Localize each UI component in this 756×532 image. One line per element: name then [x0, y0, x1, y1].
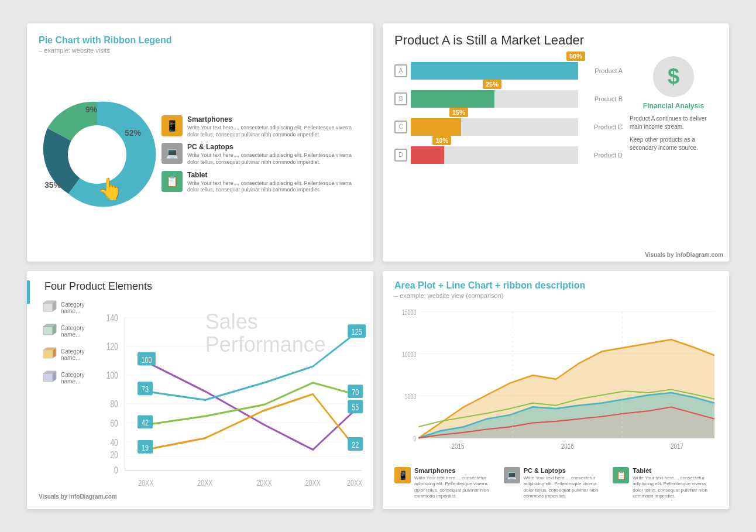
pie-labels: 9% 52% 35% 👆 [39, 96, 156, 213]
product-icon-3: Category name... [39, 345, 91, 364]
svg-text:60: 60 [110, 418, 118, 428]
svg-text:15000: 15000 [402, 308, 417, 316]
box3d-2 [39, 322, 57, 341]
product-icon-4: Category name... [39, 369, 91, 387]
tablet-legend-text: Tablet Write Your text here..., consecte… [187, 171, 362, 194]
p4-pc-laptops-desc: Write Your text here..., consectetur adi… [524, 475, 609, 500]
svg-marker-4 [43, 327, 53, 335]
financial-text1: Product A continues to deliver main inco… [630, 115, 717, 131]
svg-text:22: 22 [352, 440, 359, 449]
panel-area-chart: Area Plot + Line Chart + ribbon descript… [383, 271, 729, 509]
pie-chart-container: 9% 52% 35% 👆 [39, 96, 156, 213]
panel1-content: 9% 52% 35% 👆 📱 Smartphones Write Your te… [39, 60, 362, 250]
legend-tablet: 📋 Tablet Write Your text here..., consec… [161, 171, 362, 194]
product-label-c: Product C [582, 123, 623, 131]
panel4-title: Area Plot + Line Chart + ribbon descript… [394, 280, 717, 291]
bar-track-b: 25% [411, 90, 578, 108]
smartphones-legend-text: Smartphones Write Your text here..., con… [187, 115, 362, 138]
p4-legend-tablet: 📋 Tablet Write Your text here..., consec… [613, 467, 717, 500]
category-label-2: Category name... [61, 325, 91, 338]
svg-text:20XX: 20XX [256, 478, 272, 488]
product-label-b: Product B [582, 95, 623, 102]
svg-marker-7 [43, 350, 53, 358]
p4-smartphones-desc: Write Your text here..., consectetur adi… [414, 475, 499, 500]
panel-pie-chart: Pie Chart with Ribbon Legend – example: … [27, 23, 373, 262]
category-label-3: Category name... [61, 348, 91, 361]
pct-9-label: 9% [85, 105, 97, 114]
svg-text:20XX: 20XX [138, 478, 154, 488]
panel2-title: Product A is Still a Market Leader [394, 33, 717, 48]
svg-text:42: 42 [142, 417, 149, 427]
svg-marker-10 [43, 373, 53, 382]
pc-laptops-label: PC & Laptops [187, 143, 362, 151]
bar-track-a: 50% [411, 62, 578, 80]
svg-text:20: 20 [110, 449, 118, 460]
svg-text:100: 100 [142, 354, 152, 364]
p4-pc-laptops-icon: 💻 [504, 467, 520, 483]
bar-row-a: A 50% Product A [394, 62, 623, 80]
product-icons-list: Category name... Category name... [39, 298, 91, 490]
svg-text:125: 125 [352, 327, 362, 337]
hand-icon: 👆 [97, 177, 123, 201]
financial-box: $ Financial Analysis Product A continues… [630, 56, 717, 252]
svg-text:20XX: 20XX [197, 478, 213, 488]
product-icon-1: Category name... [39, 298, 91, 317]
p4-smartphones-text: Smartphones Write Your text here..., con… [414, 467, 499, 500]
panel4-legend: 📱 Smartphones Write Your text here..., c… [394, 467, 717, 500]
bar-label-a: A [394, 64, 407, 77]
line-chart-svg: 140 120 100 80 60 40 20 0 [97, 298, 362, 490]
panel1-subtitle: – example: website visits [39, 47, 362, 54]
bar-label-c: C [394, 121, 407, 133]
svg-text:0: 0 [114, 465, 118, 475]
area-chart-svg: 15000 10000 5000 0 [394, 304, 717, 462]
legend-pc-laptops: 💻 PC & Laptops Write Your text here..., … [161, 143, 362, 166]
bar-pct-a: 50% [566, 52, 585, 61]
svg-text:80: 80 [110, 399, 118, 409]
legend-smartphones: 📱 Smartphones Write Your text here..., c… [161, 115, 362, 138]
p4-legend-smartphones: 📱 Smartphones Write Your text here..., c… [394, 467, 499, 500]
panel2-content: A 50% Product A B 25% P [394, 56, 717, 252]
tablet-icon-box: 📋 [161, 171, 183, 192]
bar-pct-d: 10% [432, 136, 451, 145]
financial-text2: Keep other products as a secondary incom… [630, 136, 717, 152]
svg-text:140: 140 [106, 313, 118, 323]
p4-tablet-text: Tablet Write Your text here..., consecte… [633, 467, 717, 500]
bar-track-d: 10% [411, 146, 578, 164]
svg-text:73: 73 [142, 384, 149, 394]
svg-text:55: 55 [352, 402, 359, 412]
p4-tablet-desc: Write Your text here..., consectetur adi… [633, 475, 717, 500]
dollar-icon: $ [653, 56, 694, 97]
product-icon-2: Category name... [39, 322, 91, 341]
ribbon-legend: 📱 Smartphones Write Your text here..., c… [156, 115, 362, 194]
bar-row-d: D 10% Product D [394, 146, 623, 164]
svg-text:5000: 5000 [405, 392, 417, 400]
product-label-d: Product D [582, 152, 623, 159]
area-chart-container: 15000 10000 5000 0 [394, 304, 717, 462]
panel3-footer-credit: Visuals by infoDiagram.com [39, 493, 362, 500]
bar-row-b: B 25% Product B [394, 90, 623, 108]
pc-laptops-legend-text: PC & Laptops Write Your text here..., co… [187, 143, 362, 166]
panel3-title: Four Product Elements [44, 280, 362, 293]
svg-text:70: 70 [352, 387, 359, 397]
panel4-subtitle: – example: website view (comparison) [394, 292, 717, 299]
svg-text:10000: 10000 [402, 350, 417, 358]
visuals-credit-2: Visuals by infoDiagram.com [645, 252, 723, 258]
pc-laptops-icon-box: 💻 [161, 143, 183, 164]
tablet-desc: Write Your text here..., consectetur adi… [187, 180, 362, 194]
p4-tablet-icon: 📋 [613, 467, 629, 483]
svg-text:0: 0 [414, 434, 417, 442]
box3d-3 [39, 345, 57, 364]
bar-pct-b: 25% [483, 80, 501, 89]
tablet-label: Tablet [187, 171, 362, 179]
bar-pct-c: 15% [449, 108, 468, 117]
category-label-4: Category name... [61, 372, 91, 385]
p4-pc-laptops-text: PC & Laptops Write Your text here..., co… [524, 467, 609, 500]
main-container: Pie Chart with Ribbon Legend – example: … [27, 23, 729, 509]
panel3-content: Category name... Category name... [39, 298, 362, 490]
smartphones-label: Smartphones [187, 115, 362, 123]
p4-pc-laptops-label: PC & Laptops [524, 467, 609, 474]
panel-four-products: Four Product Elements Category name... [27, 271, 373, 509]
bar-track-c: 15% [411, 118, 578, 136]
panel-market-leader: Product A is Still a Market Leader A 50%… [383, 23, 729, 262]
svg-text:20XX: 20XX [305, 478, 321, 488]
